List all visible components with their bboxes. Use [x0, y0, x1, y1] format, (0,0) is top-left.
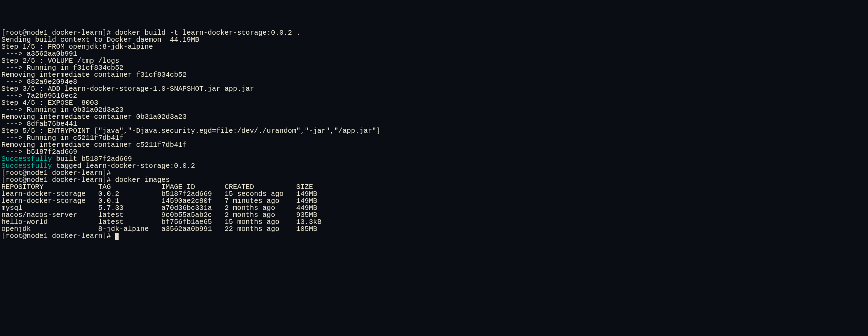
build-output-line: ---> 7a2b99516ec2 [1, 92, 867, 100]
prompt: [root@node1 docker-learn]# [1, 232, 115, 240]
build-output-line: Step 5/5 : ENTRYPOINT ["java","-Djava.se… [1, 128, 867, 135]
images-header-row: REPOSITORY TAG IMAGE ID CREATED SIZE [1, 184, 867, 191]
terminal[interactable]: [root@node1 docker-learn]# docker build … [1, 29, 867, 240]
build-output-line: ---> Running in c5211f7db41f [1, 135, 867, 142]
prompt-line-empty: [root@node1 docker-learn]# [1, 170, 867, 177]
success-line-2: Successfully tagged learn-docker-storage… [1, 163, 867, 170]
build-output-line: Removing intermediate container c5211f7d… [1, 142, 867, 149]
build-output-line: ---> 882a9e2094e8 [1, 78, 867, 85]
build-output-line: Step 4/5 : EXPOSE 8003 [1, 100, 867, 107]
build-output-line: ---> Running in f31cf834cb52 [1, 64, 867, 71]
build-output-line: ---> b5187f2ad669 [1, 149, 867, 156]
images-data-row: openjdk 8-jdk-alpine a3562aa0b991 22 mon… [1, 226, 867, 233]
build-output-line: Sending build context to Docker daemon 4… [1, 36, 867, 43]
build-output-line: Step 2/5 : VOLUME /tmp /logs [1, 57, 867, 64]
images-data-row: mysql 5.7.33 a70d36bc331a 2 months ago 4… [1, 205, 867, 212]
build-output-line: Removing intermediate container f31cf834… [1, 71, 867, 78]
build-output-line: Removing intermediate container 0b31a02d… [1, 114, 867, 121]
build-output-line: ---> 8dfab76be441 [1, 121, 867, 128]
images-data-row: learn-docker-storage 0.0.1 14590ae2c80f … [1, 198, 867, 205]
images-data-row: nacos/nacos-server latest 9c0b55a5ab2c 2… [1, 212, 867, 219]
build-output-line: Step 3/5 : ADD learn-docker-storage-1.0-… [1, 85, 867, 92]
success-line-1: Successfully built b5187f2ad669 [1, 156, 867, 163]
command-line-2: [root@node1 docker-learn]# docker images [1, 177, 867, 184]
build-output-line: ---> a3562aa0b991 [1, 50, 867, 57]
command-line-1: [root@node1 docker-learn]# docker build … [1, 29, 867, 36]
prompt-line-cursor[interactable]: [root@node1 docker-learn]# [1, 233, 867, 240]
images-data-row: hello-world latest bf756fb1ae65 15 month… [1, 219, 867, 226]
images-data-row: learn-docker-storage 0.0.2 b5187f2ad669 … [1, 191, 867, 198]
cursor-icon [115, 233, 119, 240]
build-output-line: Step 1/5 : FROM openjdk:8-jdk-alpine [1, 43, 867, 50]
build-output-line: ---> Running in 0b31a02d3a23 [1, 107, 867, 114]
